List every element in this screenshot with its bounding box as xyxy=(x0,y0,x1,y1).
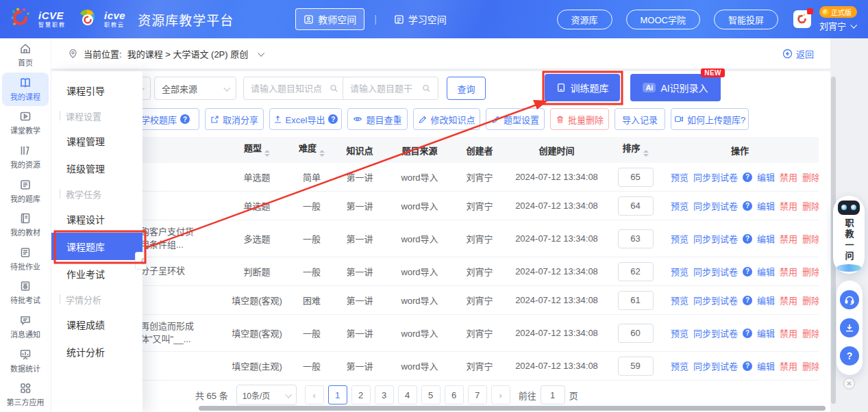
delete-link[interactable]: 删除 xyxy=(802,170,819,183)
menu-item-course-guide[interactable]: 课程引导 xyxy=(51,77,142,104)
mooc-button[interactable]: MOOC学院 xyxy=(626,10,700,29)
breadcrumb-path[interactable]: 我的课程 > 大学语文 (2P) 原创 xyxy=(127,47,249,60)
sync-to-paper-link[interactable]: 同步到试卷 xyxy=(693,265,738,278)
edit-link[interactable]: 编辑 xyxy=(757,199,775,212)
page-button[interactable]: 1 xyxy=(328,385,347,404)
page-button[interactable]: 4 xyxy=(398,385,417,404)
goto-page-input[interactable] xyxy=(541,385,565,404)
assistant-capsule[interactable]: 职教一问 xyxy=(833,196,865,274)
order-input[interactable] xyxy=(618,196,654,216)
sync-to-paper-link[interactable]: 同步到试卷 xyxy=(693,170,738,183)
sidebar-item-my-resources[interactable]: 我的资源 xyxy=(0,140,51,175)
sidebar-item-third-party-apps[interactable]: 第三方应用 xyxy=(0,378,51,412)
page-size-select[interactable]: 10条/页 xyxy=(236,385,297,405)
delete-link[interactable]: 删除 xyxy=(802,232,819,245)
smart-cast-button[interactable]: 智能投屏 xyxy=(714,10,778,29)
preview-link[interactable]: 预览 xyxy=(671,359,689,372)
help-icon[interactable]: ? xyxy=(743,201,752,211)
menu-item-course-grades[interactable]: 课程成绩 xyxy=(51,311,142,338)
next-page-button[interactable]: › xyxy=(491,385,510,404)
sidebar-item-my-courses[interactable]: 我的课程 xyxy=(2,73,49,107)
help-icon[interactable]: ? xyxy=(180,114,190,124)
prev-page-button[interactable]: ‹ xyxy=(305,385,324,404)
menu-item-statistic-analysis[interactable]: 统计分析 xyxy=(51,338,142,365)
search-icon[interactable] xyxy=(422,83,431,93)
help-icon[interactable]: ? xyxy=(743,234,752,244)
resource-lib-button[interactable]: 资源库 xyxy=(557,10,612,29)
import-record-button[interactable]: 导入记录 xyxy=(615,108,665,130)
close-widget-icon[interactable]: ✕ xyxy=(843,378,855,389)
preview-link[interactable]: 预览 xyxy=(671,232,689,245)
how-to-upload-button[interactable]: 如何上传题库? xyxy=(671,108,749,130)
order-input[interactable] xyxy=(618,357,654,376)
edit-knowledge-button[interactable]: 修改知识点 xyxy=(413,108,480,130)
source-select[interactable]: 全部来源 xyxy=(154,77,236,100)
sync-to-paper-link[interactable]: 同步到试卷 xyxy=(693,294,738,307)
help-icon[interactable]: ? xyxy=(743,267,752,276)
app-shortcut-icon[interactable] xyxy=(793,10,811,28)
support-headset-icon[interactable] xyxy=(840,290,859,309)
order-input[interactable] xyxy=(618,291,654,310)
delete-link[interactable]: 删除 xyxy=(802,294,819,307)
sort-icon[interactable] xyxy=(264,147,270,159)
teacher-space-tab[interactable]: 教师空间 xyxy=(295,8,364,30)
edit-link[interactable]: 编辑 xyxy=(757,232,775,245)
student-space-tab[interactable]: 学习空间 xyxy=(386,9,454,29)
help-question-icon[interactable]: ? xyxy=(840,346,859,365)
help-icon[interactable]: ? xyxy=(743,361,752,371)
question-type-setting-button[interactable]: 题型设置 xyxy=(486,108,545,130)
disable-link[interactable]: 禁用 xyxy=(780,232,797,245)
disable-link[interactable]: 禁用 xyxy=(780,170,797,183)
sort-icon[interactable] xyxy=(643,147,649,159)
delete-link[interactable]: 删除 xyxy=(802,326,819,339)
edit-link[interactable]: 编辑 xyxy=(757,294,775,307)
page-button[interactable]: 3 xyxy=(375,385,394,404)
sync-to-paper-link[interactable]: 同步到试卷 xyxy=(693,232,738,245)
menu-item-course-design[interactable]: 课程设计 xyxy=(51,205,142,233)
order-input[interactable] xyxy=(618,229,654,248)
page-button[interactable]: 5 xyxy=(421,385,441,404)
excel-export-button[interactable]: Excel导出? xyxy=(269,108,342,130)
preview-link[interactable]: 预览 xyxy=(671,326,689,339)
help-icon[interactable]: ? xyxy=(743,329,752,338)
back-button[interactable]: 返回 xyxy=(782,47,814,60)
query-button[interactable]: 查询 xyxy=(447,77,486,100)
order-input[interactable] xyxy=(618,324,654,343)
delete-link[interactable]: 删除 xyxy=(802,359,819,372)
disable-link[interactable]: 禁用 xyxy=(780,199,797,212)
batch-delete-button[interactable]: 批量删除 xyxy=(550,108,609,130)
chevron-down-icon[interactable] xyxy=(258,49,264,56)
page-button[interactable]: 6 xyxy=(445,385,464,404)
sort-icon[interactable] xyxy=(319,147,325,159)
help-icon[interactable]: ? xyxy=(743,172,752,182)
sidebar-item-pending-exams[interactable]: 待批考试 xyxy=(0,276,51,310)
sidebar-item-messages[interactable]: 消息通知 xyxy=(0,310,51,344)
check-duplicate-button[interactable]: 题目查重 xyxy=(347,108,408,130)
sync-to-paper-link[interactable]: 同步到试卷 xyxy=(693,359,738,372)
disable-link[interactable]: 禁用 xyxy=(780,294,797,307)
disable-link[interactable]: 禁用 xyxy=(780,359,797,372)
edit-link[interactable]: 编辑 xyxy=(757,265,775,278)
delete-link[interactable]: 删除 xyxy=(802,199,819,212)
sidebar-item-home[interactable]: 首页 xyxy=(0,38,51,73)
menu-item-homework-exam[interactable]: 作业考试 xyxy=(51,260,142,287)
sidebar-item-my-textbooks[interactable]: 我的教材 xyxy=(0,208,51,242)
delete-link[interactable]: 删除 xyxy=(802,265,819,278)
cancel-share-button[interactable]: 取消分享 xyxy=(205,108,264,130)
train-bank-button[interactable]: 训练题库 xyxy=(545,74,620,101)
order-input[interactable] xyxy=(618,168,654,187)
preview-link[interactable]: 预览 xyxy=(671,294,689,307)
page-button[interactable]: 2 xyxy=(351,385,371,404)
search-icon[interactable] xyxy=(330,83,338,93)
download-icon[interactable] xyxy=(840,318,859,337)
menu-item-course-question-bank[interactable]: 课程题库 xyxy=(51,233,142,260)
user-menu[interactable]: 正式版 刘宵宁 xyxy=(819,6,857,32)
sidebar-item-classroom[interactable]: 课堂教学 xyxy=(0,106,51,140)
edit-link[interactable]: 编辑 xyxy=(757,326,775,339)
sync-to-paper-link[interactable]: 同步到试卷 xyxy=(693,199,738,212)
stem-search-input[interactable] xyxy=(350,83,422,94)
preview-link[interactable]: 预览 xyxy=(671,170,689,183)
disable-link[interactable]: 禁用 xyxy=(780,265,797,278)
order-input[interactable] xyxy=(618,262,654,281)
knowledge-search-input[interactable] xyxy=(251,83,330,94)
